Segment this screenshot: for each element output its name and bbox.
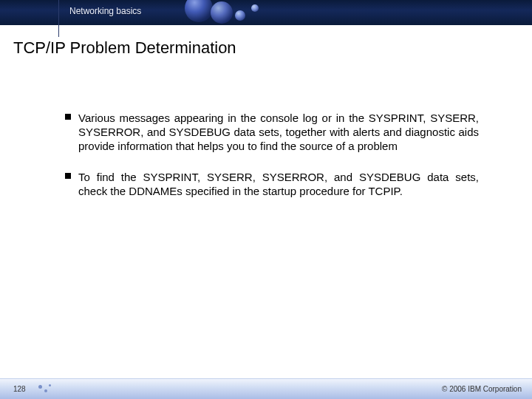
section-label: Networking basics: [69, 6, 141, 16]
deco-sphere-icon: [235, 10, 245, 21]
slide: Networking basics TCP/IP Problem Determi…: [0, 0, 532, 399]
bullet-text: To find the SYSPRINT, SYSERR, SYSERROR, …: [78, 171, 479, 197]
slide-title: TCP/IP Problem Determination: [13, 38, 236, 58]
page-number: 128: [13, 385, 26, 393]
content-area: Various messages appearing in the consol…: [65, 111, 479, 214]
deco-dot-icon: [49, 384, 51, 386]
bullet-square-icon: [65, 114, 71, 120]
deco-dot-icon: [38, 385, 42, 389]
bullet-item: Various messages appearing in the consol…: [65, 111, 479, 154]
deco-sphere-icon: [251, 4, 259, 12]
copyright-text: © 2006 IBM Corporation: [442, 385, 522, 393]
bullet-text: Various messages appearing in the consol…: [78, 112, 479, 152]
vertical-rule: [58, 0, 59, 37]
bullet-square-icon: [65, 173, 71, 179]
deco-sphere-icon: [211, 1, 233, 24]
deco-sphere-icon: [185, 0, 213, 22]
bullet-item: To find the SYSPRINT, SYSERR, SYSERROR, …: [65, 170, 479, 198]
footer-bar: 128 © 2006 IBM Corporation: [0, 378, 532, 399]
deco-dot-icon: [44, 389, 47, 392]
header-banner: Networking basics: [0, 0, 532, 25]
